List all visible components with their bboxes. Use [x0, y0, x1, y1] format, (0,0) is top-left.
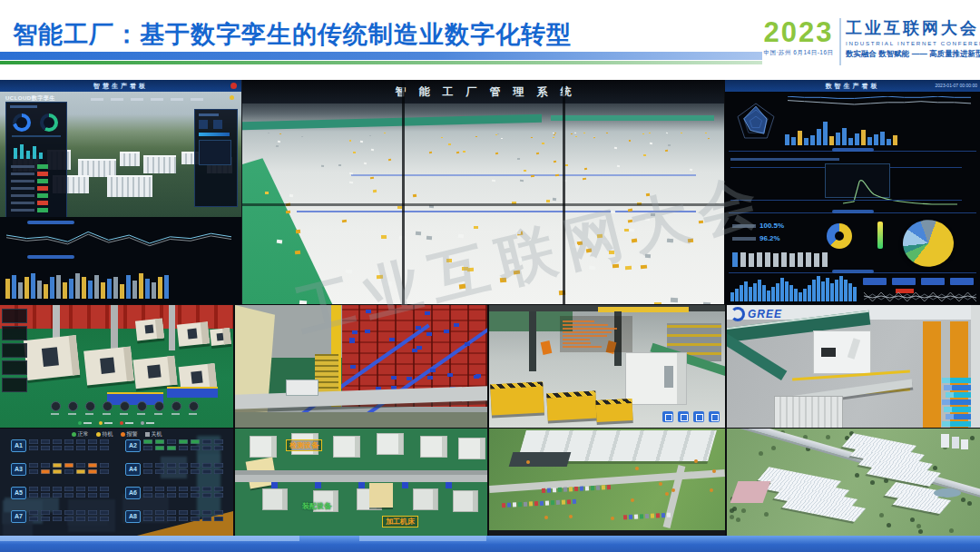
machine-dot [495, 153, 498, 154]
station-block [76, 463, 85, 468]
car [667, 513, 671, 518]
green-curve-chart [841, 174, 959, 207]
station-block [155, 446, 164, 450]
station-block [53, 463, 62, 468]
car [513, 502, 516, 507]
station-block [53, 517, 62, 521]
blue-conveyor [167, 387, 218, 398]
conference-logo: 2023 中国·苏州 6月14日-16日 工业互联网大会 INDUSTRIAL … [762, 4, 978, 76]
conference-logo-left: 2023 中国·苏州 6月14日-16日 [762, 4, 835, 76]
kpi-label-bar [11, 194, 34, 197]
bar [785, 134, 789, 145]
machine-dot [705, 133, 707, 133]
conference-year: 2023 [762, 18, 835, 46]
station-block [29, 439, 38, 444]
station-block [214, 446, 223, 450]
equipment-label-1: 检测设备 [286, 439, 322, 451]
station-block [29, 446, 38, 450]
info-text-line [563, 331, 612, 333]
station-block [64, 510, 74, 515]
station-block [191, 493, 200, 498]
hazard-stripe [595, 399, 632, 405]
dashboard-button [863, 278, 887, 285]
line-label-A7: A7 [11, 510, 26, 523]
station-block [167, 463, 176, 468]
icon-glyph [696, 414, 703, 421]
icon-slot [103, 401, 111, 415]
legend-item [99, 421, 113, 425]
bar [88, 281, 93, 299]
machine-dot [279, 133, 281, 135]
station-block [29, 493, 38, 498]
station-icon-row [51, 401, 197, 415]
bar [798, 131, 802, 145]
car [524, 502, 527, 507]
station-block [202, 463, 211, 468]
machine-top [250, 436, 277, 458]
kpi-row [11, 193, 62, 198]
campus-bar-chart [5, 264, 171, 299]
car [502, 503, 505, 508]
bar [810, 135, 815, 145]
machine-dot [413, 193, 417, 196]
bin [427, 376, 433, 380]
station-block [88, 439, 97, 444]
machine-dot [606, 133, 608, 134]
machine-dot [267, 133, 269, 133]
station-block [202, 510, 211, 515]
bar [735, 289, 739, 301]
machine-dot [373, 190, 377, 192]
station-block [202, 493, 211, 498]
station-block [191, 469, 200, 474]
car [562, 499, 565, 504]
bar [893, 135, 897, 145]
info-text-line [563, 320, 594, 322]
station-block [53, 487, 62, 491]
container-unit [774, 396, 843, 428]
bar [817, 129, 821, 145]
progress-bar [199, 133, 230, 136]
bar [20, 144, 24, 159]
machine-dot [495, 134, 497, 136]
car [551, 500, 554, 505]
overlay-card [2, 309, 27, 323]
gray-bar-row [732, 249, 830, 267]
machine-dot [531, 175, 534, 178]
vertical-gauge [877, 222, 883, 249]
bin [465, 342, 470, 346]
bar [829, 136, 834, 145]
machine-screen [187, 329, 197, 340]
trend-line-chart [785, 96, 974, 114]
multi-line-chart [861, 290, 979, 304]
machine-dot [583, 133, 585, 133]
station-block [191, 517, 200, 521]
conference-logo-right: 工业互联网大会 INDUSTRIAL INTERNET CONFERENCE 数… [846, 4, 980, 76]
bar [861, 130, 866, 145]
tree [710, 488, 713, 492]
cnc-machine [135, 318, 164, 340]
station-block [41, 493, 50, 498]
bar [855, 133, 859, 145]
bin [426, 332, 432, 336]
kpi-value-chip [37, 164, 48, 169]
info-text-line [563, 335, 607, 337]
status-dot [230, 95, 234, 100]
bar [56, 275, 61, 299]
tower [952, 437, 959, 448]
kpi-value-chip [37, 201, 48, 205]
station-block [88, 446, 97, 450]
machine-dot [643, 154, 646, 156]
bin [447, 373, 453, 377]
car [640, 514, 643, 518]
station-block [167, 510, 176, 515]
legend-item [141, 421, 154, 425]
line-label-A2: A2 [125, 439, 141, 452]
line-label-A5: A5 [11, 487, 26, 499]
yellow-agv [546, 391, 596, 421]
bin [412, 349, 417, 352]
line-label-A3: A3 [11, 463, 26, 476]
machine-dot [583, 177, 586, 180]
machine-dot [384, 133, 386, 133]
campus-kpi-list [11, 164, 62, 215]
machine-dot [649, 133, 651, 134]
